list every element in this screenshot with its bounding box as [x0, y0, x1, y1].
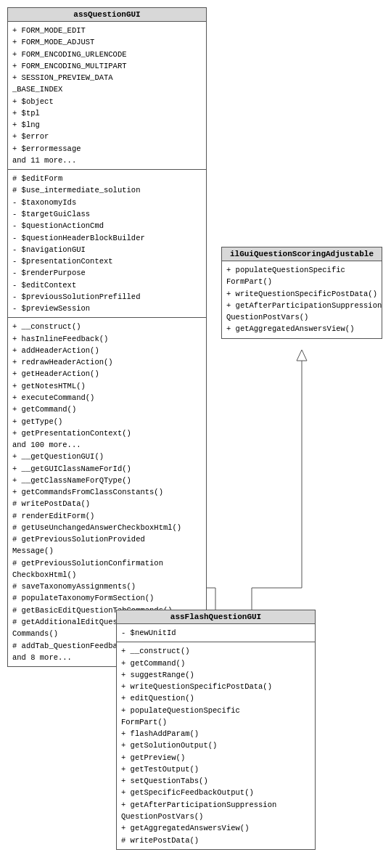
- box-ilGuiQuestionScoringAdjustable-title: ilGuiQuestionScoringAdjustable: [222, 247, 382, 261]
- ilGuiQuestionScoringAdjustable-methods: + populateQuestionSpecific FormPart() + …: [222, 261, 382, 338]
- box-assFlashQuestionGUI-title: assFlashQuestionGUI: [117, 610, 315, 624]
- box-assFlashQuestionGUI: assFlashQuestionGUI - $newUnitId + __con…: [116, 610, 316, 850]
- assQuestionGUI-attrs-top: + FORM_MODE_EDIT + FORM_MODE_ADJUST + FO…: [8, 22, 206, 170]
- diagram-container: assQuestionGUI + FORM_MODE_EDIT + FORM_M…: [0, 0, 391, 868]
- assFlashQuestionGUI-methods: + __construct() + getCommand() + suggest…: [117, 642, 315, 849]
- box-ilGuiQuestionScoringAdjustable: ilGuiQuestionScoringAdjustable + populat…: [221, 247, 382, 339]
- svg-marker-7: [297, 350, 307, 361]
- box-assQuestionGUI-title: assQuestionGUI: [8, 8, 206, 22]
- assQuestionGUI-attrs-bottom: # $editForm # $use_intermediate_solution…: [8, 170, 206, 318]
- assFlashQuestionGUI-attrs: - $newUnitId: [117, 624, 315, 642]
- box-assQuestionGUI: assQuestionGUI + FORM_MODE_EDIT + FORM_M…: [7, 7, 207, 667]
